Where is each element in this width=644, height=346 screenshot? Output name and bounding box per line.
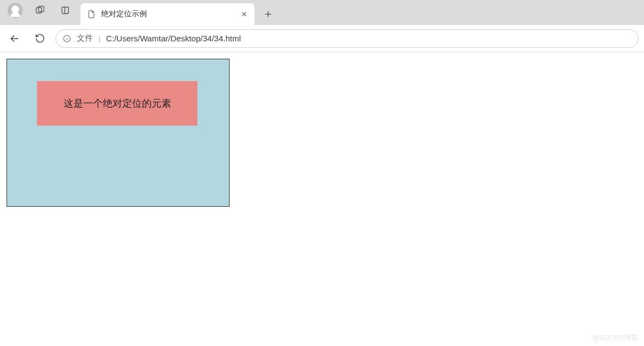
absolute-positioned-box: 这是一个绝对定位的元素	[37, 81, 197, 126]
window-controls	[0, 0, 81, 25]
browser-tab-strip: 绝对定位示例	[0, 0, 644, 25]
profile-icon	[8, 3, 23, 18]
back-button[interactable]	[5, 29, 24, 48]
url-separator: |	[98, 34, 101, 43]
page-icon	[87, 10, 96, 18]
url-path: C:/Users/Wamtar/Desktop/34/34.html	[106, 34, 241, 43]
browser-toolbar: 文件 | C:/Users/Wamtar/Desktop/34/34.html	[0, 25, 644, 52]
watermark-text: @51CTO博客	[592, 333, 639, 343]
svg-rect-0	[36, 8, 42, 13]
svg-rect-2	[62, 7, 69, 14]
address-bar[interactable]: 文件 | C:/Users/Wamtar/Desktop/34/34.html	[55, 29, 639, 48]
tab-title: 绝对定位示例	[101, 9, 233, 19]
box-text: 这是一个绝对定位的元素	[64, 97, 171, 110]
site-info-icon[interactable]	[63, 34, 71, 43]
workspaces-icon[interactable]	[33, 3, 48, 18]
svg-rect-1	[39, 7, 44, 12]
container-box: 这是一个绝对定位的元素	[7, 59, 230, 207]
profile-button[interactable]	[8, 3, 23, 18]
url-scheme-label: 文件	[77, 33, 93, 44]
active-tab[interactable]: 绝对定位示例	[81, 3, 255, 25]
tab-actions-icon[interactable]	[58, 3, 73, 18]
new-tab-button[interactable]	[259, 5, 277, 23]
refresh-button[interactable]	[30, 29, 49, 48]
close-tab-button[interactable]	[238, 8, 250, 20]
page-viewport: 这是一个绝对定位的元素	[0, 52, 644, 346]
